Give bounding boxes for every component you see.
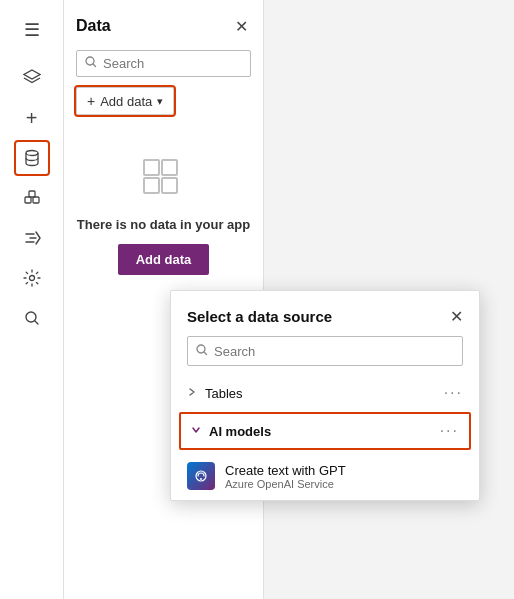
settings-icon bbox=[23, 269, 41, 287]
ds-search-input[interactable] bbox=[214, 344, 454, 359]
ds-modal-title: Select a data source bbox=[187, 308, 332, 325]
sidebar-hamburger-icon[interactable]: ☰ bbox=[14, 12, 50, 48]
hamburger-icon: ☰ bbox=[24, 19, 40, 41]
ds-ai-models-label: AI models bbox=[209, 424, 271, 439]
ds-ai-models-left: AI models bbox=[191, 424, 271, 439]
sidebar-item-database[interactable] bbox=[14, 140, 50, 176]
ds-ai-models-item[interactable]: AI models ··· bbox=[181, 414, 469, 448]
svg-point-5 bbox=[26, 312, 36, 322]
svg-rect-10 bbox=[162, 178, 177, 193]
grid-icon bbox=[139, 155, 189, 205]
svg-rect-2 bbox=[33, 197, 39, 203]
stream-icon bbox=[23, 229, 41, 247]
ds-header: Select a data source ✕ bbox=[171, 307, 479, 336]
add-data-top-button[interactable]: + Add data ▾ bbox=[76, 87, 174, 115]
data-source-modal: Select a data source ✕ Tables ··· bbox=[170, 290, 480, 501]
svg-rect-9 bbox=[144, 178, 159, 193]
ds-tables-item[interactable]: Tables ··· bbox=[171, 376, 479, 410]
ds-tables-label: Tables bbox=[205, 386, 243, 401]
chevron-down-icon bbox=[191, 425, 201, 437]
add-data-main-button[interactable]: Add data bbox=[118, 244, 210, 275]
empty-state-text: There is no data in your app bbox=[77, 217, 250, 232]
search-sidebar-icon bbox=[23, 309, 41, 327]
svg-point-0 bbox=[26, 151, 38, 156]
layers-icon bbox=[23, 69, 41, 87]
ds-gpt-text: Create text with GPT Azure OpenAI Servic… bbox=[225, 463, 346, 490]
add-data-top-label: Add data bbox=[100, 94, 152, 109]
sidebar-item-settings[interactable] bbox=[14, 260, 50, 296]
plus-icon: + bbox=[26, 107, 38, 130]
data-search-box[interactable] bbox=[76, 50, 251, 77]
chevron-down-icon: ▾ bbox=[157, 95, 163, 108]
svg-rect-8 bbox=[162, 160, 177, 175]
search-icon bbox=[85, 56, 97, 71]
svg-rect-1 bbox=[25, 197, 31, 203]
database-icon bbox=[23, 149, 41, 167]
ds-gpt-icon bbox=[187, 462, 215, 490]
data-panel-close-button[interactable]: ✕ bbox=[231, 16, 251, 36]
component-icon bbox=[23, 189, 41, 207]
chevron-right-icon bbox=[187, 387, 197, 399]
svg-rect-3 bbox=[29, 191, 35, 197]
ds-tables-left: Tables bbox=[187, 386, 243, 401]
sidebar-item-add[interactable]: + bbox=[14, 100, 50, 136]
ds-close-button[interactable]: ✕ bbox=[450, 307, 463, 326]
svg-rect-7 bbox=[144, 160, 159, 175]
data-search-input[interactable] bbox=[103, 56, 242, 71]
ds-gpt-desc: Azure OpenAI Service bbox=[225, 478, 346, 490]
sidebar: ☰ + bbox=[0, 0, 64, 599]
sidebar-item-search[interactable] bbox=[14, 300, 50, 336]
sidebar-item-layers[interactable] bbox=[14, 60, 50, 96]
ds-gpt-name: Create text with GPT bbox=[225, 463, 346, 478]
sidebar-item-stream[interactable] bbox=[14, 220, 50, 256]
ds-ai-models-more-icon[interactable]: ··· bbox=[440, 422, 459, 440]
svg-point-13 bbox=[200, 478, 202, 480]
ds-tables-more-icon[interactable]: ··· bbox=[444, 384, 463, 402]
ds-ai-models-item-wrapper: AI models ··· bbox=[179, 412, 471, 450]
data-panel-header: Data ✕ bbox=[76, 16, 251, 36]
ds-search-box[interactable] bbox=[187, 336, 463, 366]
svg-point-4 bbox=[29, 276, 34, 281]
plus-add-icon: + bbox=[87, 93, 95, 109]
ds-search-icon bbox=[196, 342, 208, 360]
ds-gpt-item[interactable]: Create text with GPT Azure OpenAI Servic… bbox=[171, 452, 479, 500]
empty-state: There is no data in your app Add data bbox=[76, 155, 251, 275]
sidebar-item-component[interactable] bbox=[14, 180, 50, 216]
data-panel-title: Data bbox=[76, 17, 111, 35]
